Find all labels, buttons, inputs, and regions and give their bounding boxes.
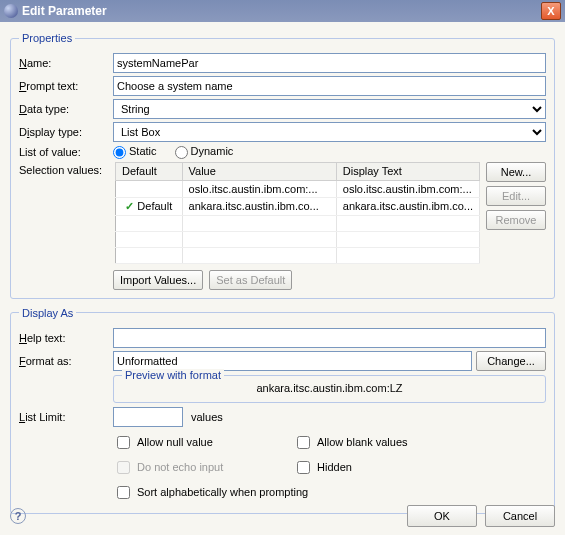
check-icon: ✓ — [125, 200, 134, 212]
no-echo-label: Do not echo input — [137, 461, 223, 473]
cell-value: ankara.itsc.austin.ibm.co... — [182, 197, 336, 215]
preview-legend: Preview with format — [122, 369, 224, 381]
hidden-checkbox[interactable] — [297, 461, 310, 474]
display-type-label: Display type: — [19, 126, 109, 138]
close-icon[interactable]: X — [541, 2, 561, 20]
properties-group: Properties Name: Prompt text: Data type:… — [10, 32, 555, 299]
ok-button[interactable]: OK — [407, 505, 477, 527]
display-as-group: Display As Help text: Format as: Change.… — [10, 307, 555, 514]
edit-button[interactable]: Edit... — [486, 186, 546, 206]
col-value[interactable]: Value — [182, 162, 336, 180]
cell-default — [116, 180, 183, 197]
allow-blank-checkbox[interactable] — [297, 436, 310, 449]
static-radio[interactable] — [113, 146, 126, 159]
import-values-button[interactable]: Import Values... — [113, 270, 203, 290]
name-label: Name: — [19, 57, 109, 69]
prompt-text-label: Prompt text: — [19, 80, 109, 92]
table-header-row: Default Value Display Text — [116, 162, 480, 180]
set-as-default-button[interactable]: Set as Default — [209, 270, 292, 290]
bottom-bar: ? OK Cancel — [10, 505, 555, 527]
app-icon — [4, 4, 18, 18]
cell-value: oslo.itsc.austin.ibm.com:... — [182, 180, 336, 197]
format-as-input — [113, 351, 472, 371]
list-of-value-label: List of value: — [19, 146, 109, 158]
help-text-label: Help text: — [19, 332, 109, 344]
col-display[interactable]: Display Text — [336, 162, 479, 180]
prompt-text-input[interactable] — [113, 76, 546, 96]
sort-alpha-checkbox[interactable] — [117, 486, 130, 499]
data-type-label: Data type: — [19, 103, 109, 115]
change-button[interactable]: Change... — [476, 351, 546, 371]
no-echo-checkbox — [117, 461, 130, 474]
data-type-select[interactable]: String — [113, 99, 546, 119]
window-title: Edit Parameter — [22, 4, 541, 18]
preview-text: ankara.itsc.austin.ibm.com:LZ — [120, 380, 539, 396]
format-as-label: Format as: — [19, 355, 109, 367]
help-text-input[interactable] — [113, 328, 546, 348]
content: Properties Name: Prompt text: Data type:… — [0, 22, 565, 535]
hidden-label: Hidden — [317, 461, 352, 473]
new-button[interactable]: New... — [486, 162, 546, 182]
allow-blank-label: Allow blank values — [317, 436, 408, 448]
selection-button-column: New... Edit... Remove — [486, 162, 546, 230]
name-input[interactable] — [113, 53, 546, 73]
properties-legend: Properties — [19, 32, 75, 44]
table-row[interactable] — [116, 215, 480, 231]
table-row[interactable] — [116, 231, 480, 247]
col-default[interactable]: Default — [116, 162, 183, 180]
selection-values-table[interactable]: Default Value Display Text oslo.itsc.aus… — [115, 162, 480, 264]
dynamic-radio-label[interactable]: Dynamic — [175, 145, 234, 159]
cell-display: oslo.itsc.austin.ibm.com:... — [336, 180, 479, 197]
table-row[interactable]: ✓ Default ankara.itsc.austin.ibm.co... a… — [116, 197, 480, 215]
preview-box: Preview with format ankara.itsc.austin.i… — [113, 375, 546, 403]
list-limit-input[interactable] — [113, 407, 183, 427]
table-row[interactable] — [116, 247, 480, 263]
selection-values-label: Selection values: — [19, 162, 109, 176]
allow-null-label: Allow null value — [137, 436, 213, 448]
display-as-legend: Display As — [19, 307, 76, 319]
list-of-value-radios: Static Dynamic — [113, 145, 233, 159]
cell-display: ankara.itsc.austin.ibm.co... — [336, 197, 479, 215]
table-row[interactable]: oslo.itsc.austin.ibm.com:... oslo.itsc.a… — [116, 180, 480, 197]
sort-alpha-label: Sort alphabetically when prompting — [137, 486, 308, 498]
cell-default: ✓ Default — [116, 197, 183, 215]
list-limit-label: List Limit: — [19, 411, 109, 423]
remove-button[interactable]: Remove — [486, 210, 546, 230]
values-label: values — [191, 411, 223, 423]
cancel-button[interactable]: Cancel — [485, 505, 555, 527]
display-type-select[interactable]: List Box — [113, 122, 546, 142]
titlebar: Edit Parameter X — [0, 0, 565, 22]
allow-null-checkbox[interactable] — [117, 436, 130, 449]
help-icon[interactable]: ? — [10, 508, 26, 524]
static-radio-label[interactable]: Static — [113, 145, 157, 159]
dynamic-radio[interactable] — [175, 146, 188, 159]
